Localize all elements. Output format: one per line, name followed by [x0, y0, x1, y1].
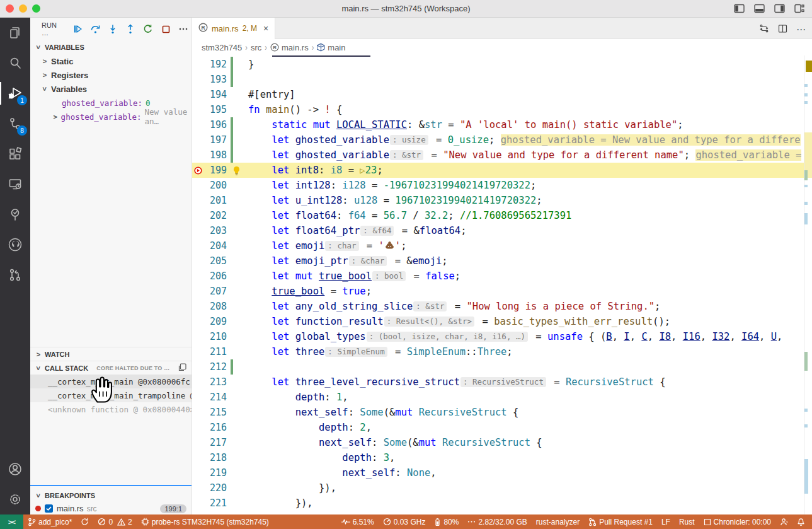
activity-bar-item-explorer[interactable] [0, 18, 30, 48]
watch-section-header[interactable]: > WATCH [30, 347, 192, 361]
collapse-all-icon[interactable] [178, 363, 186, 373]
breakpoint-checkbox[interactable] [44, 504, 54, 513]
code-line-201[interactable]: 201 let u_int128: u128 = 196710231994021… [192, 193, 812, 208]
activity-bar-item-extensions[interactable] [0, 139, 30, 169]
toggle-panel-icon[interactable] [754, 4, 765, 13]
status-item-language-mode[interactable]: Rust [675, 514, 699, 529]
code-line-192[interactable]: 192} [192, 57, 812, 72]
code-line-195[interactable]: 195fn main() -> ! { [192, 102, 812, 117]
line-content: depth: 3, [233, 450, 395, 465]
tab-close-icon[interactable]: × [263, 24, 268, 33]
breadcrumb-item-src[interactable]: src [251, 43, 261, 52]
status-item-rust-analyzer[interactable]: rust-analyzer [532, 514, 584, 529]
activity-bar-item-run-and-debug[interactable]: 1 [0, 78, 30, 108]
status-item-git-branch[interactable]: add_pico* [23, 514, 76, 529]
activity-bar-item-search[interactable] [0, 48, 30, 78]
overview-ruler[interactable] [804, 55, 812, 514]
code-line-205[interactable]: 205 let emoji_ptr: &char = &emoji; [192, 253, 812, 269]
step-out-button[interactable] [125, 23, 136, 35]
status-item-debug-target[interactable]: probe-rs STM32H745 (stm32h745) [137, 514, 273, 529]
breakpoints-section-header[interactable]: > BREAKPOINTS [30, 489, 192, 503]
status-item-pull-request[interactable]: Pull Request #1 [584, 514, 657, 529]
step-into-button[interactable] [107, 23, 118, 35]
variables-group-registers[interactable]: >Registers [30, 68, 192, 82]
code-line-214[interactable]: 214 depth: 1, [192, 390, 812, 405]
breakpoint-current-icon[interactable] [192, 166, 204, 175]
code-line-200[interactable]: 200 let int128: i128 = -1967102319940214… [192, 178, 812, 193]
customize-layout-icon[interactable] [794, 4, 804, 13]
code-line-211[interactable]: 211 let three: SimpleEnum = SimpleEnum::… [192, 344, 812, 359]
activity-bar-item-remote-explorer[interactable] [0, 169, 30, 199]
breakpoint-row[interactable]: main.rs src 199:1 [30, 503, 192, 514]
lightbulb-icon[interactable] [232, 166, 241, 178]
code-line-209[interactable]: 209 let function_result: Result<(), &str… [192, 314, 812, 329]
code-line-193[interactable]: 193 [192, 72, 812, 87]
code-line-208[interactable]: 208 let any_old_string_slice: &str = "Ho… [192, 299, 812, 314]
code-line-217[interactable]: 217 next_self: Some(&mut RecursiveStruct… [192, 435, 812, 450]
tab-main-rs[interactable]: R main.rs 2, M × [192, 18, 275, 39]
code-line-212[interactable]: 212 [192, 359, 812, 375]
toggle-right-sidebar-icon[interactable] [774, 4, 785, 13]
variable-row[interactable]: >ghosted_variable:New value an… [30, 110, 192, 124]
status-item-problems[interactable]: 02 [93, 514, 136, 529]
split-editor-icon[interactable] [778, 24, 787, 36]
section-focus-border[interactable] [30, 485, 192, 486]
status-item-cpu-usage[interactable]: 6.51% [337, 514, 379, 529]
restart-button[interactable] [142, 23, 154, 35]
continue-button[interactable] [72, 23, 83, 35]
status-item-chronicler[interactable]: Chronicler: 00:00 [699, 514, 775, 529]
run-config-dropdown[interactable]: RUN … [42, 21, 65, 37]
code-area[interactable]: 192}193194#[entry]195fn main() -> ! {196… [192, 55, 812, 514]
toggle-left-sidebar-icon[interactable] [734, 4, 745, 13]
code-line-196[interactable]: 196 static mut LOCAL_STATIC: &str = "A '… [192, 117, 812, 132]
debug-sidebar: RUN … > VARIABLES >Static>Registers>Vari… [30, 18, 192, 514]
code-line-199[interactable]: 199 let int8: i8 = ▷23; [192, 163, 812, 178]
step-over-button[interactable] [89, 23, 101, 35]
remote-indicator[interactable]: >< [0, 514, 23, 529]
breadcrumb-item-stm32h745[interactable]: stm32h745 [202, 43, 242, 52]
more-button[interactable] [178, 23, 189, 35]
code-line-204[interactable]: 204 let emoji: char = ''; [192, 238, 812, 253]
code-line-202[interactable]: 202 let float64: f64 = 56.7 / 32.2; //1.… [192, 208, 812, 223]
breadcrumb-item-main[interactable]: main [317, 43, 345, 52]
variables-group-variables[interactable]: >Variables [30, 82, 192, 96]
code-line-198[interactable]: 198 let ghosted_variable: &str = "New va… [192, 148, 812, 163]
call-stack-section-header[interactable]: > CALL STACK CORE HALTED DUE TO … [30, 361, 192, 375]
code-line-203[interactable]: 203 let float64_ptr: &f64 = &float64; [192, 223, 812, 238]
code-line-194[interactable]: 194#[entry] [192, 87, 812, 102]
call-stack-frame[interactable]: <unknown function @ 0x08000440> @0 [30, 402, 192, 416]
status-item-memory[interactable]: 2.82/32.00 GB [463, 514, 531, 529]
variables-section-header[interactable]: > VARIABLES [30, 40, 192, 54]
activity-bar-item-source-control-graph[interactable]: 8 [0, 108, 30, 139]
call-stack-frame[interactable]: __cortex_m_rt_main @0x080006fc [30, 375, 192, 388]
activity-bar-item-testing[interactable] [0, 199, 30, 230]
svg-text:R: R [273, 45, 277, 50]
breadcrumb-item-main-rs[interactable]: Rmain.rs [270, 43, 309, 52]
activity-bar-item-github[interactable] [0, 230, 30, 260]
open-changes-icon[interactable] [759, 23, 769, 36]
activity-bar-item-settings[interactable] [0, 484, 30, 514]
code-line-213[interactable]: 213 let three_level_recursive_struct: Re… [192, 375, 812, 390]
status-item-sync[interactable] [76, 514, 93, 529]
code-line-206[interactable]: 206 let mut true_bool: bool = false; [192, 269, 812, 284]
activity-bar-item-pull-requests[interactable] [0, 260, 30, 290]
more-actions-icon[interactable]: ⋯ [796, 26, 806, 33]
code-line-219[interactable]: 219 next_self: None, [192, 465, 812, 480]
code-line-221[interactable]: 221 }), [192, 496, 812, 511]
status-item-cpu-freq[interactable]: 0.03 GHz [379, 514, 430, 529]
code-line-218[interactable]: 218 depth: 3, [192, 450, 812, 465]
status-item-notifications[interactable] [792, 514, 809, 529]
status-item-eol[interactable]: LF [657, 514, 675, 529]
code-line-207[interactable]: 207 true_bool = true; [192, 284, 812, 299]
stop-button[interactable] [160, 23, 171, 35]
code-line-197[interactable]: 197 let ghosted_variable: usize = 0_usiz… [192, 132, 812, 148]
code-line-210[interactable]: 210 let global_types: (bool, isize, char… [192, 329, 812, 344]
status-item-feedback[interactable] [775, 514, 792, 529]
call-stack-frame[interactable]: __cortex_m_rt_main_trampoline @0x0 [30, 388, 192, 402]
variables-group-static[interactable]: >Static [30, 54, 192, 68]
code-line-220[interactable]: 220 }), [192, 480, 812, 496]
code-line-215[interactable]: 215 next_self: Some(&mut RecursiveStruct… [192, 405, 812, 420]
code-line-216[interactable]: 216 depth: 2, [192, 420, 812, 435]
status-item-battery[interactable]: 80% [430, 514, 463, 529]
activity-bar-item-accounts[interactable] [0, 454, 30, 484]
